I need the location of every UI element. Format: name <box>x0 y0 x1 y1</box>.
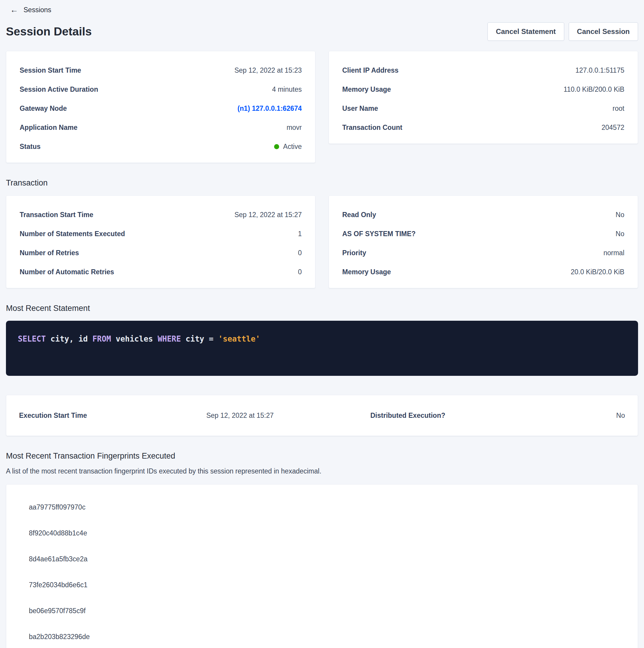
read-only-value: No <box>616 211 624 219</box>
as-of-system-time-value: No <box>616 230 624 238</box>
back-link-label: Sessions <box>23 6 51 14</box>
number-of-retries-row: Number of Retries 0 <box>20 249 302 257</box>
transaction-start-time-row: Transaction Start Time Sep 12, 2022 at 1… <box>20 211 302 219</box>
transaction-start-time-value: Sep 12, 2022 at 15:27 <box>235 211 302 219</box>
statements-executed-label: Number of Statements Executed <box>20 230 134 238</box>
session-active-duration-value: 4 minutes <box>272 85 302 94</box>
read-only-label: Read Only <box>342 211 385 219</box>
transaction-left-card: Transaction Start Time Sep 12, 2022 at 1… <box>6 195 315 288</box>
transaction-count-value: 204572 <box>601 123 624 131</box>
transaction-memory-usage-value: 20.0 KiB/20.0 KiB <box>571 268 624 276</box>
sql-statement-text: SELECT city, id FROM vehicles WHERE city… <box>18 334 626 343</box>
session-details-left-card: Session Start Time Sep 12, 2022 at 15:23… <box>6 51 315 163</box>
user-name-label: User Name <box>342 104 387 113</box>
execution-start-time-value: Sep 12, 2022 at 15:27 <box>206 411 274 420</box>
client-ip-row: Client IP Address 127.0.0.1:51175 <box>342 66 624 74</box>
fingerprints-section-subtitle: A list of the most recent transaction fi… <box>6 467 638 475</box>
execution-start-time-row: Execution Start Time Sep 12, 2022 at 15:… <box>19 411 274 420</box>
transaction-section-heading: Transaction <box>6 178 638 187</box>
transaction-cards: Transaction Start Time Sep 12, 2022 at 1… <box>6 195 638 288</box>
sql-plain: vehicles <box>111 334 158 343</box>
execution-summary-card: Execution Start Time Sep 12, 2022 at 15:… <box>6 395 638 436</box>
fingerprint-item: be06e9570f785c9f <box>29 607 624 614</box>
user-name-row: User Name root <box>342 104 624 113</box>
gateway-node-row: Gateway Node (n1) 127.0.0.1:62674 <box>20 104 302 113</box>
distributed-execution-label: Distributed Execution? <box>370 411 455 420</box>
client-ip-value: 127.0.0.1:51175 <box>575 66 624 74</box>
status-badge: Active <box>283 143 302 150</box>
fingerprint-item: 73fe26034bd6e6c1 <box>29 581 624 588</box>
session-memory-usage-value: 110.0 KiB/200.0 KiB <box>564 85 624 94</box>
gateway-node-label: Gateway Node <box>20 104 76 113</box>
statements-executed-value: 1 <box>298 230 302 238</box>
transaction-right-card: Read Only No AS OF SYSTEM TIME? No Prior… <box>329 195 638 288</box>
transaction-count-row: Transaction Count 204572 <box>342 123 624 131</box>
statement-section-heading: Most Recent Statement <box>6 304 638 313</box>
header-actions: Cancel Statement Cancel Session <box>487 22 638 41</box>
number-of-retries-value: 0 <box>298 249 302 257</box>
fingerprint-item: 8f920c40d88b1c4e <box>29 530 624 537</box>
fingerprint-item: 8d4ae61a5fb3ce2a <box>29 555 624 562</box>
cancel-session-button[interactable]: Cancel Session <box>569 22 638 41</box>
automatic-retries-row: Number of Automatic Retries 0 <box>20 268 302 276</box>
session-memory-usage-label: Memory Usage <box>342 85 400 94</box>
session-start-time-label: Session Start Time <box>20 66 90 74</box>
priority-value: normal <box>603 249 624 257</box>
status-dot-icon <box>274 144 279 149</box>
sql-plain: city = <box>181 334 218 343</box>
sql-keyword: SELECT <box>18 334 46 343</box>
arrow-left-icon: ← <box>10 6 18 14</box>
page-header: Session Details Cancel Statement Cancel … <box>6 22 638 41</box>
priority-row: Priority normal <box>342 249 624 257</box>
session-memory-usage-row: Memory Usage 110.0 KiB/200.0 KiB <box>342 85 624 94</box>
sql-plain: city, id <box>46 334 93 343</box>
session-start-time-value: Sep 12, 2022 at 15:23 <box>235 66 302 74</box>
automatic-retries-label: Number of Automatic Retries <box>20 268 123 276</box>
cancel-statement-button[interactable]: Cancel Statement <box>487 22 564 41</box>
application-name-row: Application Name movr <box>20 123 302 131</box>
transaction-memory-usage-label: Memory Usage <box>342 268 400 276</box>
execution-start-time-label: Execution Start Time <box>19 411 96 420</box>
statements-executed-row: Number of Statements Executed 1 <box>20 230 302 238</box>
sql-statement-box: SELECT city, id FROM vehicles WHERE city… <box>6 321 638 376</box>
user-name-value: root <box>612 104 624 113</box>
fingerprint-item: aa79775ff097970c <box>29 503 624 511</box>
back-to-sessions-link[interactable]: ← Sessions <box>10 6 51 14</box>
as-of-system-time-label: AS OF SYSTEM TIME? <box>342 230 425 238</box>
status-row: Status Active <box>20 142 302 151</box>
transaction-start-time-label: Transaction Start Time <box>20 211 102 219</box>
session-details-right-card: Client IP Address 127.0.0.1:51175 Memory… <box>329 51 638 144</box>
gateway-node-value: (n1) 127.0.0.1:62674 <box>237 104 302 113</box>
read-only-row: Read Only No <box>342 211 624 219</box>
transaction-memory-usage-row: Memory Usage 20.0 KiB/20.0 KiB <box>342 268 624 276</box>
priority-label: Priority <box>342 249 375 257</box>
session-summary-cards: Session Start Time Sep 12, 2022 at 15:23… <box>6 51 638 163</box>
sql-keyword: FROM <box>92 334 111 343</box>
status-label: Status <box>20 142 49 151</box>
application-name-value: movr <box>287 123 302 131</box>
number-of-retries-label: Number of Retries <box>20 249 88 257</box>
client-ip-label: Client IP Address <box>342 66 407 74</box>
fingerprints-card: aa79775ff097970c 8f920c40d88b1c4e 8d4ae6… <box>6 484 638 648</box>
application-name-label: Application Name <box>20 123 86 131</box>
session-details-page: ← Sessions Session Details Cancel Statem… <box>0 0 644 648</box>
fingerprints-section-heading: Most Recent Transaction Fingerprints Exe… <box>6 451 638 461</box>
sql-keyword: WHERE <box>158 334 181 343</box>
session-active-duration-row: Session Active Duration 4 minutes <box>20 85 302 94</box>
gateway-node-link[interactable]: (n1) 127.0.0.1:62674 <box>237 105 302 112</box>
transaction-count-label: Transaction Count <box>342 123 411 131</box>
automatic-retries-value: 0 <box>298 268 302 276</box>
status-value: Active <box>274 142 302 151</box>
distributed-execution-row: Distributed Execution? No <box>370 411 625 420</box>
session-active-duration-label: Session Active Duration <box>20 85 107 94</box>
page-title: Session Details <box>6 25 92 38</box>
as-of-system-time-row: AS OF SYSTEM TIME? No <box>342 230 624 238</box>
session-start-time-row: Session Start Time Sep 12, 2022 at 15:23 <box>20 66 302 74</box>
sql-string-literal: 'seattle' <box>218 334 260 343</box>
distributed-execution-value: No <box>616 411 625 420</box>
fingerprint-item: ba2b203b823296de <box>29 633 624 640</box>
